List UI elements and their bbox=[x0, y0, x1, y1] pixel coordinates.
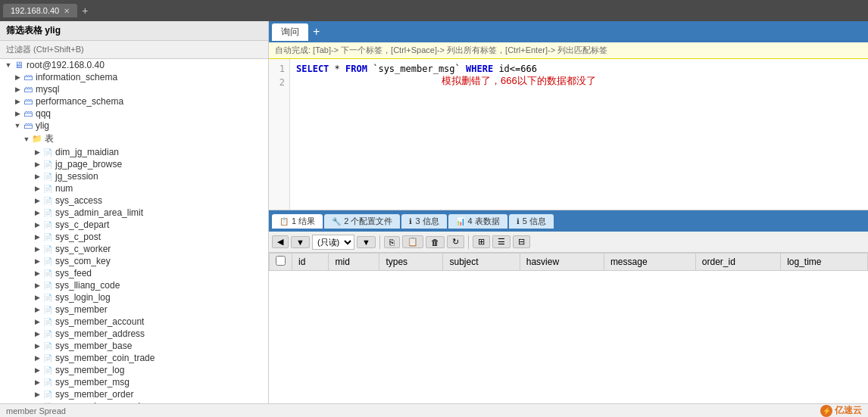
expand-icon[interactable]: ▼ bbox=[21, 134, 32, 145]
tree-node-tables-folder[interactable]: ▼ 📁 表 bbox=[0, 132, 268, 146]
toolbar-delete-button[interactable]: 🗑 bbox=[426, 236, 445, 248]
db-label: information_schema bbox=[36, 72, 117, 82]
tree-node-mysql[interactable]: ▶ 🗃 mysql bbox=[0, 83, 268, 95]
line-number-1: 1 bbox=[273, 62, 285, 76]
list-item[interactable]: ▶📄sys_member_coin_trade bbox=[0, 352, 268, 364]
sql-editor[interactable]: 1 2 SELECT * FROM `sys_member_msg` WHERE… bbox=[269, 59, 868, 210]
toolbar-paste-button[interactable]: 📋 bbox=[402, 235, 423, 248]
db-label: performance_schema bbox=[36, 96, 123, 107]
list-item[interactable]: ▶📄num bbox=[0, 182, 268, 194]
table-icon: 📄 bbox=[42, 195, 53, 206]
list-item[interactable]: ▶📄sys_c_post bbox=[0, 231, 268, 243]
keyword-from: FROM bbox=[345, 64, 367, 74]
sql-content[interactable]: SELECT * FROM `sys_member_msg` WHERE id<… bbox=[290, 59, 868, 210]
col-message[interactable]: message bbox=[604, 254, 695, 271]
col-subject[interactable]: subject bbox=[443, 254, 520, 271]
table-icon: 📄 bbox=[42, 183, 53, 194]
close-tab-icon[interactable]: ✕ bbox=[64, 7, 70, 15]
line-numbers: 1 2 bbox=[269, 59, 290, 210]
list-item[interactable]: ▶📄jg_page_browse bbox=[0, 158, 268, 170]
query-tab-active[interactable]: 询问 bbox=[272, 23, 308, 41]
db-icon: 🗃 bbox=[23, 72, 33, 82]
keyword-select: SELECT bbox=[296, 64, 329, 74]
sql-star: * bbox=[335, 64, 345, 74]
table-icon: 📄 bbox=[42, 268, 53, 279]
left-panel: 筛选表格 ylig 过滤器 (Ctrl+Shift+B) ▼ 🖥 root@19… bbox=[0, 21, 269, 417]
expand-icon[interactable]: ▶ bbox=[12, 108, 23, 119]
toolbar-copy-button[interactable]: ⎘ bbox=[384, 236, 400, 248]
list-item[interactable]: ▶📄sys_member_account bbox=[0, 316, 268, 328]
tree-node-qqq[interactable]: ▶ 🗃 qqq bbox=[0, 107, 268, 120]
col-mid[interactable]: mid bbox=[329, 254, 379, 271]
list-item[interactable]: ▶📄sys_login_log bbox=[0, 291, 268, 303]
tree-node-information_schema[interactable]: ▶ 🗃 information_schema bbox=[0, 71, 268, 83]
list-item[interactable]: ▶📄sys_member bbox=[0, 303, 268, 316]
filter-bar[interactable]: 过滤器 (Ctrl+Shift+B) bbox=[0, 41, 268, 59]
toolbar-grid-button[interactable]: ⊞ bbox=[473, 235, 490, 248]
table-icon: 📄 bbox=[42, 171, 53, 182]
add-tab-button[interactable]: + bbox=[77, 3, 92, 18]
table-icon: 📄 bbox=[42, 207, 53, 218]
expand-icon[interactable]: ▶ bbox=[12, 72, 23, 82]
toolbar-list-button[interactable]: ☰ bbox=[492, 235, 510, 248]
result-tab-2-label: 2 个配置文件 bbox=[344, 216, 392, 227]
tree-root-node[interactable]: ▼ 🖥 root@192.168.0.40 bbox=[0, 59, 268, 71]
result-toolbar: ◀ ▼ (只读) ▼ ⎘ 📋 🗑 ↻ ⊞ ☰ ⊟ bbox=[269, 232, 868, 253]
table-icon: 📄 bbox=[42, 232, 53, 242]
expand-icon[interactable]: ▼ bbox=[12, 120, 23, 131]
toolbar-back-button[interactable]: ◀ bbox=[272, 235, 289, 248]
list-item[interactable]: ▶📄sys_com_key bbox=[0, 255, 268, 267]
col-log_time[interactable]: log_time bbox=[781, 254, 868, 271]
list-item[interactable]: ▶📄sys_feed bbox=[0, 267, 268, 279]
list-item[interactable]: ▶📄dim_jg_maidian bbox=[0, 146, 268, 158]
select-all-checkbox[interactable] bbox=[276, 256, 286, 266]
list-item[interactable]: ▶📄jg_session bbox=[0, 170, 268, 182]
toolbar-refresh-button[interactable]: ↻ bbox=[447, 235, 464, 248]
toolbar-dropdown-button[interactable]: ▼ bbox=[291, 236, 310, 248]
list-item[interactable]: ▶📄sys_admin_area_limit bbox=[0, 207, 268, 219]
toolbar-separator-2 bbox=[468, 235, 469, 249]
db-icon: 🗃 bbox=[23, 120, 33, 131]
query-tab-label: 询问 bbox=[281, 26, 299, 37]
database-tree: ▼ 🖥 root@192.168.0.40 ▶ 🗃 information_sc… bbox=[0, 59, 268, 417]
expand-icon[interactable]: ▶ bbox=[12, 84, 23, 95]
expand-icon[interactable]: ▶ bbox=[12, 96, 23, 107]
tree-node-ylig[interactable]: ▼ 🗃 ylig bbox=[0, 120, 268, 132]
brand-name: 亿速云 bbox=[835, 404, 862, 417]
result-tab-3[interactable]: ℹ 3 信息 bbox=[401, 214, 446, 229]
list-item[interactable]: ▶📄sys_c_worker bbox=[0, 243, 268, 255]
col-checkbox[interactable] bbox=[270, 254, 292, 271]
result-tab-1[interactable]: 📋 1 结果 bbox=[272, 214, 323, 229]
query-add-tab-button[interactable]: + bbox=[308, 26, 324, 38]
list-item[interactable]: ▶📄sys_member_log bbox=[0, 364, 268, 376]
list-item[interactable]: ▶📄sys_c_depart bbox=[0, 219, 268, 231]
col-types[interactable]: types bbox=[379, 254, 443, 271]
db-icon: 🗃 bbox=[23, 96, 33, 107]
list-item[interactable]: ▶📄sys_member_base bbox=[0, 340, 268, 352]
list-item[interactable]: ▶📄sys_access bbox=[0, 194, 268, 207]
left-panel-header: 筛选表格 ylig bbox=[0, 21, 268, 41]
col-id[interactable]: id bbox=[292, 254, 329, 271]
table-icon: 📄 bbox=[42, 244, 53, 254]
root-expand-icon[interactable]: ▼ bbox=[3, 60, 14, 70]
result-tabbar: 📋 1 结果 🔧 2 个配置文件 ℹ 3 信息 📊 4 表数据 ℹ 5 信息 bbox=[269, 210, 868, 232]
list-item[interactable]: ▶📄sys_lliang_code bbox=[0, 279, 268, 291]
toolbar-form-button[interactable]: ⊟ bbox=[513, 235, 530, 248]
bottom-bar: member Spread ⚡ 亿速云 bbox=[0, 403, 868, 417]
db-icon: 🗃 bbox=[23, 84, 33, 95]
result-tab-4[interactable]: 📊 4 表数据 bbox=[448, 214, 507, 229]
toolbar-dropdown2-button[interactable]: ▼ bbox=[357, 236, 376, 248]
result-tab-5[interactable]: ℹ 5 信息 bbox=[509, 214, 554, 229]
col-order_id[interactable]: order_id bbox=[695, 254, 780, 271]
root-node-label: root@192.168.0.40 bbox=[27, 60, 105, 70]
list-item[interactable]: ▶📄sys_member_msg bbox=[0, 376, 268, 388]
tree-node-performance_schema[interactable]: ▶ 🗃 performance_schema bbox=[0, 95, 268, 107]
list-item[interactable]: ▶📄sys_member_address bbox=[0, 328, 268, 340]
result-tab-2[interactable]: 🔧 2 个配置文件 bbox=[324, 214, 400, 229]
connection-tab[interactable]: 192.168.0.40 ✕ bbox=[3, 4, 77, 17]
result-table-area[interactable]: id mid types subject hasview message ord… bbox=[269, 253, 868, 417]
result-tab-1-label: 1 结果 bbox=[292, 216, 315, 227]
col-hasview[interactable]: hasview bbox=[520, 254, 604, 271]
list-item[interactable]: ▶📄sys_member_order bbox=[0, 388, 268, 400]
readonly-select[interactable]: (只读) bbox=[312, 235, 354, 250]
